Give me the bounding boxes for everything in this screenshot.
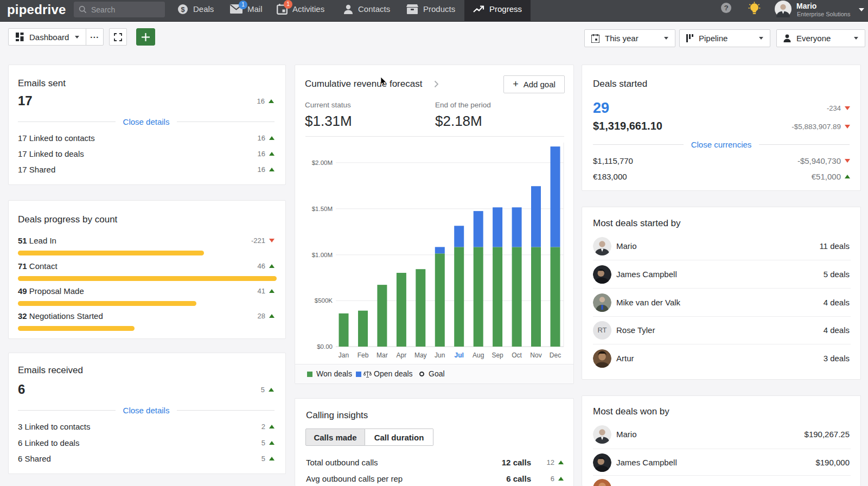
svg-text:Oct: Oct xyxy=(512,351,522,359)
svg-text:$0.00: $0.00 xyxy=(317,343,333,350)
svg-text:Aug: Aug xyxy=(473,351,484,359)
svg-text:$1.50M: $1.50M xyxy=(312,206,333,212)
svg-text:Jun: Jun xyxy=(435,351,445,359)
svg-text:Mar: Mar xyxy=(376,351,388,359)
svg-text:Jan: Jan xyxy=(339,351,349,359)
svg-text:Sep: Sep xyxy=(492,351,503,359)
svg-text:Nov: Nov xyxy=(530,351,541,359)
svg-text:Feb: Feb xyxy=(358,351,369,359)
svg-text:$500K: $500K xyxy=(315,297,333,304)
svg-text:May: May xyxy=(414,351,427,359)
svg-text:?: ? xyxy=(724,4,728,12)
svg-text:$2.00M: $2.00M xyxy=(312,159,333,166)
svg-text:$: $ xyxy=(181,5,185,13)
svg-text:Apr: Apr xyxy=(397,351,407,359)
svg-text:Dec: Dec xyxy=(550,351,561,359)
svg-text:$1.00M: $1.00M xyxy=(312,252,333,258)
svg-text:Jul: Jul xyxy=(455,351,464,359)
